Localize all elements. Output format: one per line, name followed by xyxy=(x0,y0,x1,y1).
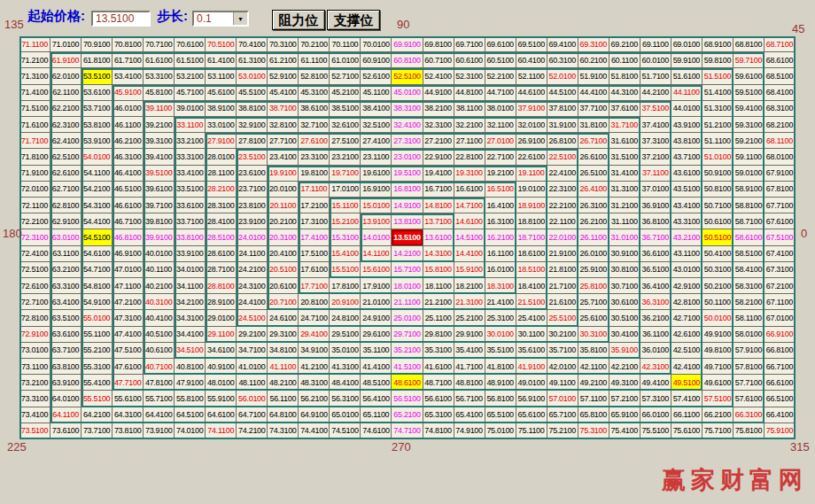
price-cell[interactable]: 72.0100 xyxy=(19,182,50,198)
price-cell[interactable]: 66.9100 xyxy=(765,327,796,343)
price-cell[interactable]: 15.7100 xyxy=(392,262,423,278)
price-cell[interactable]: 43.0100 xyxy=(671,262,702,278)
price-cell[interactable]: 14.4100 xyxy=(454,246,485,262)
price-cell[interactable]: 58.9100 xyxy=(734,182,765,198)
price-cell[interactable]: 58.3100 xyxy=(734,278,765,294)
price-cell[interactable]: 48.4100 xyxy=(330,375,361,391)
price-cell[interactable]: 70.1100 xyxy=(330,36,361,52)
price-cell[interactable]: 52.2100 xyxy=(485,68,516,84)
price-cell[interactable]: 74.3100 xyxy=(268,423,299,439)
price-cell[interactable]: 48.5100 xyxy=(361,375,392,391)
price-cell[interactable]: 14.3100 xyxy=(423,246,454,262)
price-cell[interactable]: 73.9100 xyxy=(144,423,175,439)
price-cell[interactable]: 41.5100 xyxy=(392,359,423,375)
highlighted-price-cell[interactable]: 53.5100 xyxy=(82,68,113,84)
price-cell[interactable]: 70.8100 xyxy=(113,36,144,52)
price-cell[interactable]: 27.5100 xyxy=(330,133,361,149)
price-cell[interactable]: 59.9100 xyxy=(671,52,702,68)
price-cell[interactable]: 53.8100 xyxy=(82,117,113,133)
price-cell[interactable]: 29.3100 xyxy=(268,327,299,343)
price-cell[interactable]: 20.5100 xyxy=(268,262,299,278)
price-cell[interactable]: 58.1100 xyxy=(734,310,765,326)
price-cell[interactable]: 39.8100 xyxy=(144,213,175,229)
resistance-button[interactable]: 阻力位 xyxy=(272,10,325,30)
price-cell[interactable]: 42.9100 xyxy=(671,278,702,294)
price-cell[interactable]: 41.4100 xyxy=(361,359,392,375)
highlighted-price-cell[interactable]: 48.6100 xyxy=(392,375,423,391)
price-cell[interactable]: 71.2100 xyxy=(19,52,50,68)
price-cell[interactable]: 22.0100 xyxy=(547,229,578,245)
price-cell[interactable]: 43.8100 xyxy=(671,133,702,149)
price-cell[interactable]: 51.2100 xyxy=(702,117,734,133)
price-cell[interactable]: 50.8100 xyxy=(702,182,734,198)
price-cell[interactable]: 20.1100 xyxy=(268,198,299,213)
price-cell[interactable]: 24.4100 xyxy=(237,294,268,310)
price-cell[interactable]: 44.0100 xyxy=(671,101,702,117)
price-cell[interactable]: 63.0100 xyxy=(50,229,82,245)
price-cell[interactable]: 42.8100 xyxy=(671,294,702,310)
price-cell[interactable]: 67.2100 xyxy=(765,278,796,294)
price-cell[interactable]: 37.6100 xyxy=(609,101,640,117)
price-cell[interactable]: 68.3100 xyxy=(765,101,796,117)
price-cell[interactable]: 64.4100 xyxy=(144,407,175,423)
price-cell[interactable]: 36.1100 xyxy=(640,327,671,343)
price-cell[interactable]: 75.0100 xyxy=(485,423,516,439)
price-cell[interactable]: 71.7100 xyxy=(19,133,50,149)
price-cell[interactable]: 62.3100 xyxy=(50,117,82,133)
price-cell[interactable]: 21.0100 xyxy=(361,294,392,310)
price-cell[interactable]: 40.9100 xyxy=(206,359,237,375)
price-cell[interactable]: 30.1100 xyxy=(516,327,547,343)
price-cell[interactable]: 29.1100 xyxy=(206,327,237,343)
price-cell[interactable]: 17.1100 xyxy=(299,182,330,198)
price-cell[interactable]: 30.9100 xyxy=(609,246,640,262)
price-cell[interactable]: 39.9100 xyxy=(144,229,175,245)
price-cell[interactable]: 32.9100 xyxy=(237,117,268,133)
price-cell[interactable]: 72.2100 xyxy=(19,213,50,229)
price-cell[interactable]: 40.4100 xyxy=(144,310,175,326)
price-cell[interactable]: 67.8100 xyxy=(765,182,796,198)
price-cell[interactable]: 60.2100 xyxy=(578,52,609,68)
price-cell[interactable]: 17.7100 xyxy=(299,278,330,294)
price-cell[interactable]: 36.8100 xyxy=(640,213,671,229)
price-cell[interactable]: 61.0100 xyxy=(330,52,361,68)
price-cell[interactable]: 54.2100 xyxy=(82,182,113,198)
price-cell[interactable]: 50.9100 xyxy=(702,166,734,182)
price-cell[interactable]: 40.2100 xyxy=(144,278,175,294)
price-cell[interactable]: 64.2100 xyxy=(82,407,113,423)
price-cell[interactable]: 72.6100 xyxy=(19,278,50,294)
price-cell[interactable]: 69.1100 xyxy=(640,36,671,52)
price-cell[interactable]: 28.0100 xyxy=(206,149,237,165)
price-cell[interactable]: 24.6100 xyxy=(268,310,299,326)
price-cell[interactable]: 63.9100 xyxy=(50,375,82,391)
price-cell[interactable]: 73.1100 xyxy=(19,359,50,375)
price-cell[interactable]: 19.0100 xyxy=(516,182,547,198)
price-cell[interactable]: 31.9100 xyxy=(547,117,578,133)
price-cell[interactable]: 53.9100 xyxy=(82,133,113,149)
price-cell[interactable]: 49.8100 xyxy=(702,343,734,359)
price-cell[interactable]: 71.0100 xyxy=(50,36,82,52)
price-cell[interactable]: 54.6100 xyxy=(82,246,113,262)
price-cell[interactable]: 43.1100 xyxy=(671,246,702,262)
price-cell[interactable]: 48.9100 xyxy=(485,375,516,391)
price-cell[interactable]: 25.3100 xyxy=(485,310,516,326)
price-cell[interactable]: 28.7100 xyxy=(206,262,237,278)
price-cell[interactable]: 31.5100 xyxy=(609,149,640,165)
price-cell[interactable]: 35.0100 xyxy=(330,343,361,359)
price-cell[interactable]: 61.4100 xyxy=(206,52,237,68)
price-cell[interactable]: 44.4100 xyxy=(578,85,609,101)
price-cell[interactable]: 53.4100 xyxy=(113,68,144,84)
price-cell[interactable]: 49.9100 xyxy=(702,327,734,343)
price-cell[interactable]: 24.0100 xyxy=(237,229,268,245)
price-cell[interactable]: 15.2100 xyxy=(330,213,361,229)
price-cell[interactable]: 43.3100 xyxy=(671,213,702,229)
price-cell[interactable]: 20.3100 xyxy=(268,229,299,245)
price-cell[interactable]: 26.0100 xyxy=(578,246,609,262)
price-cell[interactable]: 67.4100 xyxy=(765,246,796,262)
price-cell[interactable]: 28.4100 xyxy=(206,213,237,229)
price-cell[interactable]: 64.0100 xyxy=(50,391,82,407)
price-cell[interactable]: 28.8100 xyxy=(206,278,237,294)
price-cell[interactable]: 34.8100 xyxy=(268,343,299,359)
price-cell[interactable]: 26.9100 xyxy=(516,133,547,149)
price-cell[interactable]: 52.9100 xyxy=(268,68,299,84)
price-cell[interactable]: 57.7100 xyxy=(734,375,765,391)
